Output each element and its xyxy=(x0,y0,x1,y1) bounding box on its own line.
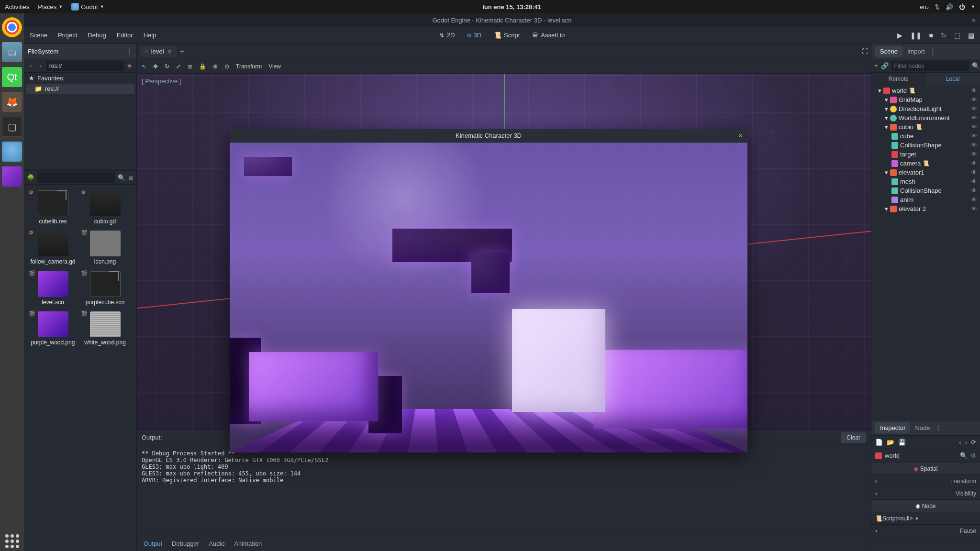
lock-tool-icon[interactable]: 🔒 xyxy=(199,63,206,70)
select-tool-icon[interactable]: ↖ xyxy=(142,63,146,70)
launcher-files[interactable]: 🗂 xyxy=(2,42,22,62)
insp-config-icon[interactable]: ⚙ xyxy=(970,452,976,459)
tab-animation[interactable]: Animation xyxy=(234,540,262,547)
input-lang-indicator[interactable]: en₂ xyxy=(920,3,929,11)
workspace-script[interactable]: 📜 Script xyxy=(490,30,523,41)
tab-scene[interactable]: Scene xyxy=(875,46,902,57)
scene-panel-menu-icon[interactable]: ⋮ xyxy=(930,48,936,55)
section-node[interactable]: ◉ Node xyxy=(871,500,980,512)
section-spatial[interactable]: ◉ Spatial xyxy=(871,463,980,475)
file-item[interactable]: ⚙cubelib.res xyxy=(28,188,78,227)
stop-button[interactable]: ■ xyxy=(929,32,933,39)
window-titlebar[interactable]: Godot Engine - Kinematic Character 3D - … xyxy=(24,13,980,27)
link-node-icon[interactable]: 🔗 xyxy=(881,62,889,69)
network-icon[interactable]: ⇅ xyxy=(935,3,940,11)
tab-node[interactable]: Node xyxy=(910,422,935,433)
launcher-terminal[interactable]: ▢ xyxy=(2,117,22,137)
app-menu[interactable]: Godot ▼ xyxy=(71,3,104,11)
favorites-header[interactable]: ★ Favorites: xyxy=(24,73,136,84)
play-scene-button[interactable]: ⬚ xyxy=(954,32,960,39)
tab-output[interactable]: Output xyxy=(144,540,162,547)
favorite-toggle-icon[interactable]: ★ xyxy=(126,62,134,69)
view-menu[interactable]: View xyxy=(268,63,281,70)
file-item[interactable]: 🎬purple_wood.png xyxy=(28,309,78,348)
path-back-icon[interactable]: ‹ xyxy=(27,62,34,69)
launcher-godot[interactable] xyxy=(2,142,22,162)
transform-menu[interactable]: Transform xyxy=(236,63,262,70)
local-tab[interactable]: Local xyxy=(926,73,980,85)
launcher-gimp[interactable]: 🦊 xyxy=(2,92,22,112)
add-tab-icon[interactable]: + xyxy=(180,47,184,56)
power-icon[interactable]: ⏻ xyxy=(959,3,965,11)
path-forward-icon[interactable]: › xyxy=(36,62,44,69)
fs-list-icon[interactable]: ≣ xyxy=(128,174,134,181)
close-tab-icon[interactable]: ✕ xyxy=(167,48,172,55)
prop-pause[interactable]: › Pause xyxy=(871,525,980,537)
file-item[interactable]: 🎬white_wood.png xyxy=(80,309,130,348)
tab-inspector[interactable]: Inspector xyxy=(875,422,910,433)
reload-button[interactable]: ↻ xyxy=(941,32,947,39)
output-log[interactable]: ** Debug Process Started ** OpenGL ES 3.… xyxy=(137,445,871,536)
tab-audio[interactable]: Audio xyxy=(209,540,224,547)
workspace-assetlib[interactable]: 🏛 AssetLib xyxy=(528,30,568,41)
scene-node-row[interactable]: CollisionShape👁 xyxy=(871,186,980,195)
filter-search-icon[interactable]: 🔍 xyxy=(972,62,980,69)
volume-icon[interactable]: 🔊 xyxy=(946,3,953,11)
menu-project[interactable]: Project xyxy=(58,32,77,39)
insp-history-icon[interactable]: ⟳ xyxy=(971,439,976,446)
prop-visibility[interactable]: › Visibility xyxy=(871,487,980,500)
game-titlebar[interactable]: Kinematic Character 3D × xyxy=(230,129,747,143)
distraction-free-icon[interactable]: ⛶ xyxy=(862,48,868,55)
prop-transform[interactable]: › Transform xyxy=(871,475,980,487)
game-close-icon[interactable]: × xyxy=(738,132,743,140)
move-tool-icon[interactable]: ✥ xyxy=(153,63,158,70)
launcher-running-game[interactable] xyxy=(2,166,22,187)
menu-help[interactable]: Help xyxy=(144,32,156,39)
scene-node-row[interactable]: ▾ cubio📜👁 xyxy=(871,122,980,132)
scene-node-row[interactable]: anim👁 xyxy=(871,195,980,204)
path-input[interactable] xyxy=(46,61,124,71)
insp-fwd-icon[interactable]: › xyxy=(965,439,967,446)
menu-debug[interactable]: Debug xyxy=(88,32,106,39)
prop-script[interactable]: 📜 Script<null>▾ xyxy=(871,512,980,525)
fs-tree-icon[interactable]: 🌳 xyxy=(27,174,34,181)
pause-button[interactable]: ❚❚ xyxy=(910,32,922,39)
activities-menu[interactable]: Activities xyxy=(5,3,29,11)
scene-node-row[interactable]: ▾ world📜👁 xyxy=(871,86,980,95)
insp-open-icon[interactable]: 📂 xyxy=(887,439,894,446)
filter-nodes-input[interactable] xyxy=(891,61,969,71)
scene-node-row[interactable]: mesh👁 xyxy=(871,177,980,186)
game-run-window[interactable]: Kinematic Character 3D × xyxy=(230,129,747,452)
file-item[interactable]: 🎬purplecube.scn xyxy=(80,269,130,308)
places-menu[interactable]: Places ▼ xyxy=(38,3,63,11)
show-applications[interactable] xyxy=(2,531,22,551)
fs-tree-root[interactable]: 📁 res:// xyxy=(26,84,134,94)
scene-node-row[interactable]: ▾ GridMap👁 xyxy=(871,95,980,104)
file-item[interactable]: 🎬icon.png xyxy=(80,229,130,267)
play-button[interactable]: ▶ xyxy=(897,32,902,39)
insp-back-icon[interactable]: ‹ xyxy=(959,439,961,446)
play-custom-button[interactable]: ▤ xyxy=(968,32,974,39)
scene-node-row[interactable]: ▾ DirectionalLight👁 xyxy=(871,104,980,113)
game-viewport[interactable] xyxy=(230,143,747,452)
scene-node-row[interactable]: target👁 xyxy=(871,150,980,159)
file-item[interactable]: ⚙cubio.gd xyxy=(80,188,130,227)
inspector-menu-icon[interactable]: ⋮ xyxy=(935,424,941,431)
clear-button[interactable]: Clear xyxy=(841,432,866,443)
workspace-3d[interactable]: ⧈ 3D xyxy=(463,30,485,41)
system-dropdown-icon[interactable]: ▼ xyxy=(971,4,975,9)
scene-node-row[interactable]: camera📜👁 xyxy=(871,159,980,168)
fs-search-icon[interactable]: 🔍 xyxy=(118,174,125,181)
file-item[interactable]: 🎬level.scn xyxy=(28,269,78,308)
tab-debugger[interactable]: Debugger xyxy=(172,540,199,547)
menu-editor[interactable]: Editor xyxy=(117,32,133,39)
scene-node-row[interactable]: ▾ elevator 2👁 xyxy=(871,204,980,213)
scene-node-row[interactable]: ▾ WorldEnvironment👁 xyxy=(871,113,980,122)
insp-search-icon[interactable]: 🔍 xyxy=(960,452,968,459)
remote-tab[interactable]: Remote xyxy=(871,73,926,85)
perspective-label[interactable]: [ Perspective ] xyxy=(142,77,181,85)
fs-search-input[interactable] xyxy=(37,172,115,183)
clock[interactable]: lun ene 15, 13:28:41 xyxy=(104,3,920,11)
workspace-2d[interactable]: ↯ 2D xyxy=(435,30,459,41)
insp-new-icon[interactable]: 📄 xyxy=(875,439,883,446)
